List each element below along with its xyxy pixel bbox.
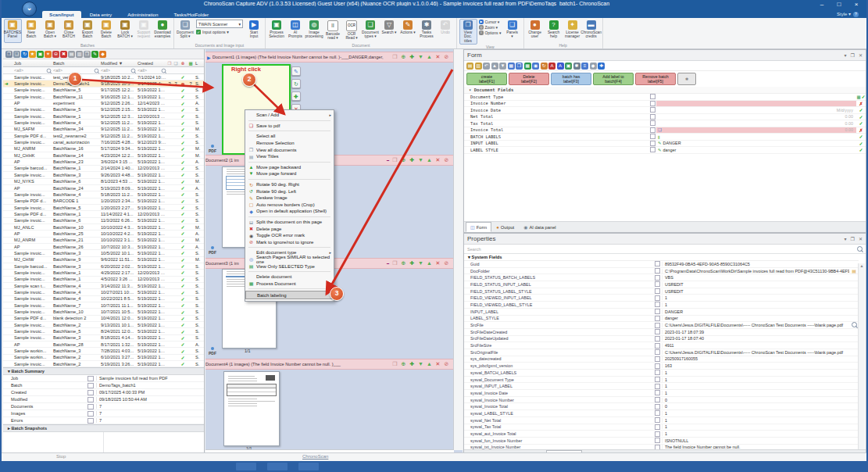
list-icon[interactable]: ≡ [581,63,588,70]
menu-item-move-page-forward[interactable]: ▼Move page forward [245,170,334,177]
property-row[interactable]: LABEL_STYLEdanger [464,316,859,323]
checkbox-icon[interactable] [88,390,94,395]
property-row[interactable]: sys_jobcfgxml_version163 [464,363,859,370]
property-row[interactable]: INPUT_LABELDANGER [464,309,859,316]
search-icon[interactable] [852,322,857,327]
add-page-icon[interactable]: ✚ [291,91,301,101]
add-page-icon[interactable]: ✚ [408,157,416,163]
chronoscan-credits-icon[interactable]: ▬ [587,20,596,30]
support-request-icon[interactable]: ▣ [139,20,148,30]
checkbox-icon[interactable] [655,438,660,443]
job-row[interactable]: Sample workin...BatchName_37/28/2021 4:0… [3,348,204,354]
job-row[interactable]: Sample invoic...BatchName_51/20/2023 2:2… [3,205,204,211]
letter-column-header[interactable]: L [195,61,204,66]
checkbox-icon[interactable] [650,107,655,113]
column-header-Job[interactable]: Job [13,61,52,66]
button-batch-has-label-f3-[interactable]: batch has label[F3] [551,73,591,85]
job-row[interactable]: MJ_NYKSBatchName_68/1/2023 4:53 ...5/19/… [3,179,204,185]
layout-icon[interactable]: ❐ [516,63,523,70]
checkbox-icon[interactable] [655,417,660,423]
checkbox-icon[interactable] [655,261,660,266]
checkbox-icon[interactable] [655,316,660,321]
close-icon[interactable]: ✕ [859,52,863,58]
filter-cell[interactable]: <all> [99,68,136,73]
checkbox-icon[interactable] [650,141,655,146]
property-row[interactable]: sysval_LABEL_STYLE1 [464,410,859,417]
menu-item-search-pages-similar-to-selected-one[interactable]: ◎Search Pages SIMILAR to selected one [245,256,334,263]
favorite-icon[interactable]: ★ [29,51,36,58]
menu-item-mark-to-ignore-not-to-ignore[interactable]: ⊘Mark to ignore/not to ignore [245,239,334,246]
tasks-process-icon[interactable]: ✱ [422,20,431,30]
section-system-fields[interactable]: ▾ System Fields [464,254,859,261]
open-icon[interactable]: ▤ [466,63,473,70]
menu-item-auto-remove-borders-crop-[interactable]: ▢Auto remove borders (Crop) [245,202,334,209]
document-split-button[interactable]: ❏Document Split ▾ [177,19,195,43]
refresh-icon[interactable]: ↻ [21,51,28,58]
property-row[interactable]: sysval_aut_Invoice Total1 [464,431,859,438]
eye-icon[interactable]: ◉ [532,63,539,70]
job-row[interactable]: MJ_CHHKBatchName_144/23/2024 12:2...5/19… [3,152,204,159]
checkbox-icon[interactable] [655,302,660,307]
up-icon[interactable]: ▲ [491,63,498,70]
job-row[interactable]: MJ_SAFMBatchName_349/12/2025 11:2...5/19… [3,127,204,133]
delete-doc-icon[interactable]: ✕ [434,54,442,60]
checkbox-icon[interactable] [655,336,660,341]
checkbox-icon[interactable] [655,288,660,294]
job-row[interactable]: Sample invoic...BatchName_45/18/2023 11:… [3,191,204,198]
checkbox-icon[interactable] [655,295,660,301]
column-header-Modified[interactable]: Modified ▼ [99,61,136,66]
checkbox-icon[interactable] [655,356,660,362]
property-row[interactable]: SrcFileSize4911 [464,342,859,349]
checkbox-icon[interactable] [655,268,660,274]
start-input-icon[interactable]: ▶ [249,20,259,30]
remove-icon[interactable]: ⊖ [52,51,59,58]
documents-scrollbar[interactable] [453,49,463,450]
copy-pages-icon[interactable]: ❐ [391,361,399,367]
checkbox-icon[interactable] [655,384,660,389]
checkbox-icon[interactable] [655,349,660,355]
job-row[interactable]: Sample invoic...BatchName_59/12/2025 2:1… [3,107,204,113]
copy-pages-icon[interactable]: ❐ [391,54,399,60]
view-icon[interactable]: ❒ [84,51,91,58]
job-row[interactable]: Sample invoic...canal_autorización7/16/2… [3,139,204,145]
start-input-button[interactable]: ▶Start Input [245,19,263,43]
pin-icon[interactable]: ▾ [845,236,847,241]
add-page-icon[interactable]: ✚ [408,361,416,367]
checkbox-icon[interactable] [655,329,660,334]
checkbox-icon[interactable] [650,147,655,152]
menu-item-remove-selection[interactable]: Remove Selection [245,140,334,147]
options-button[interactable]: ≡ Options ▾ [479,30,502,35]
menu-item-scan-add[interactable]: Scan / Add▸ [245,112,334,119]
property-row[interactable]: FIELD_STATUS_INPUT_LABELUSREDIT [464,281,859,288]
actions-button[interactable]: ✎Actions ▾ [399,19,417,43]
t3-column-icon[interactable]: ⊗ [179,61,187,66]
refresh-icon[interactable]: ↻ [541,63,548,70]
menu-item-select-all[interactable]: Select all [245,133,334,140]
job-row[interactable]: Sample workin...BatchName_26/10/2021 3:2… [3,355,204,361]
append-doc-icon[interactable]: ⊕ [399,260,408,266]
property-row[interactable]: FIELD_STATUS_LABEL_STYLEUSREDIT [464,288,859,295]
checkbox-icon[interactable] [655,281,660,287]
job-row[interactable]: Sample invoic...BatchName_410/22/2021 8:… [3,296,204,302]
job-row[interactable]: Sample invoic...BatchName_14/29/2022 2:1… [3,270,204,276]
job-row[interactable]: Sample invoic...BatchName_1010/7/2021 10… [3,309,204,315]
delete-doc-icon[interactable]: ✕ [434,157,442,163]
process-icon[interactable]: ✦ [45,51,52,58]
panels-button[interactable]: ❏Panels ▾ [503,19,521,45]
job-row[interactable]: Sample invoic...BatchName_58/24/2021 12:… [3,328,204,334]
tab-ai-data-panel[interactable]: ◉AI data panel [519,222,560,232]
add-page-icon[interactable]: ✚ [408,54,416,60]
menu-item-save-to-pdf[interactable]: ❏Save to pdf [245,123,334,130]
image-processing-icon[interactable]: ◍ [309,20,319,30]
font-red-icon[interactable]: A [548,63,555,70]
job-row[interactable]: APBatchName_2610/7/2022 10:3...5/19/2022… [3,244,204,250]
job-row[interactable]: Sample barcod...BatchName_36/20/2022 2:0… [3,263,204,270]
property-row[interactable]: sys_datecreated20250917160055 [464,356,859,363]
job-row[interactable]: ➜Sample invoic...DemoTags_batch19/18/202… [3,80,204,87]
job-row[interactable]: Sample invoic...BatchName_39/26/2023 4:4… [3,172,204,178]
document-types-button[interactable]: ❏Document types ▾ [362,19,380,43]
download-examples-icon[interactable]: ● [158,20,167,30]
job-row[interactable]: Sample invoic...test_vertical9/18/2025 1… [3,74,204,80]
document4-thumbnail[interactable] [223,371,280,446]
app-logo-icon[interactable]: ⌄ [22,2,37,16]
